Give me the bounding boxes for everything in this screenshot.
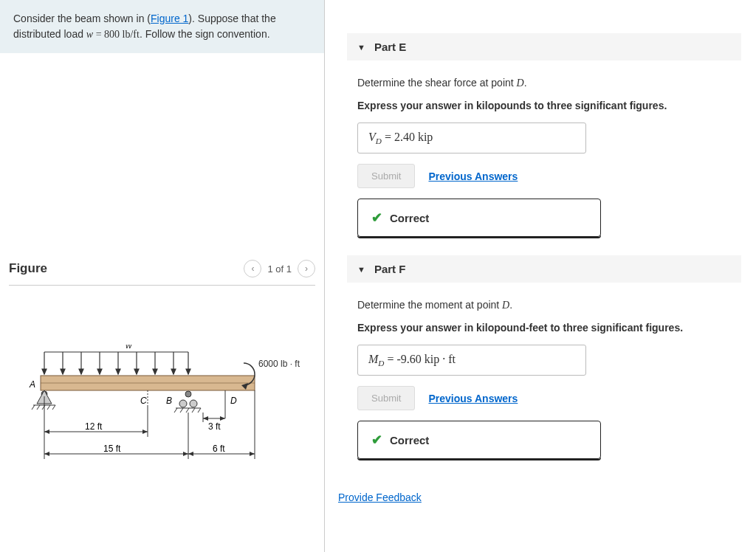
- part-e-submit-button[interactable]: Submit: [357, 164, 415, 188]
- svg-marker-48: [203, 416, 208, 421]
- svg-marker-12: [134, 369, 139, 374]
- part-e-section: ▼ Part E Determine the shear force at po…: [347, 33, 741, 237]
- dim-12ft: 12 ft: [85, 421, 103, 432]
- answer-eq: =: [384, 353, 396, 365]
- svg-line-37: [192, 408, 195, 413]
- svg-marker-18: [186, 369, 190, 374]
- dim-6ft: 6 ft: [213, 444, 225, 454]
- svg-marker-6: [79, 369, 83, 374]
- svg-point-32: [190, 400, 197, 407]
- check-icon: ✔: [371, 432, 382, 448]
- svg-line-25: [32, 405, 35, 410]
- caret-down-icon: ▼: [357, 43, 365, 52]
- svg-marker-16: [171, 369, 176, 374]
- svg-marker-8: [97, 369, 102, 374]
- moment-label: 6000 lb · ft: [258, 359, 300, 369]
- provide-feedback-link[interactable]: Provide Feedback: [338, 491, 422, 503]
- part-f-submit-button[interactable]: Submit: [357, 386, 415, 410]
- answer-unit: kip: [415, 131, 433, 143]
- svg-marker-2: [42, 369, 47, 374]
- part-e-correct-box: ✔ Correct: [357, 199, 601, 237]
- problem-text: . Follow the sign convention.: [140, 28, 270, 40]
- svg-line-38: [198, 408, 201, 413]
- part-e-previous-answers-link[interactable]: Previous Answers: [428, 170, 518, 182]
- svg-marker-4: [61, 369, 65, 374]
- part-e-title: Part E: [374, 41, 406, 53]
- part-e-answer: VD = 2.40 kip: [357, 123, 586, 153]
- point-d: D: [230, 396, 237, 406]
- figure-link[interactable]: Figure 1: [151, 13, 188, 24]
- svg-line-28: [47, 405, 50, 410]
- point-c: C: [140, 396, 147, 406]
- svg-line-29: [52, 405, 55, 410]
- load-variable: w: [86, 29, 93, 40]
- dim-3ft: 3 ft: [208, 421, 221, 432]
- caret-down-icon: ▼: [357, 265, 365, 274]
- svg-marker-10: [116, 369, 120, 374]
- answer-value: 2.40: [394, 131, 415, 143]
- part-f-title: Part F: [374, 263, 406, 275]
- part-e-header[interactable]: ▼ Part E: [347, 33, 741, 61]
- divider: [9, 285, 315, 286]
- answer-variable: V: [368, 131, 376, 143]
- svg-marker-55: [44, 452, 49, 456]
- part-f-instruction: Express your answer in kilopound-feet to…: [357, 320, 731, 336]
- answer-value: -9.60: [396, 353, 421, 365]
- load-label: w: [126, 345, 133, 351]
- point-b: B: [166, 396, 172, 406]
- load-value: = 800 lb/ft: [93, 29, 140, 40]
- problem-statement: Consider the beam shown in (Figure 1). S…: [0, 0, 324, 53]
- figure-pager-text: 1 of 1: [267, 263, 292, 275]
- svg-line-34: [174, 408, 177, 413]
- svg-marker-56: [183, 452, 188, 456]
- svg-marker-45: [44, 429, 49, 434]
- part-f-answer: MD = -9.60 kip · ft: [357, 345, 586, 376]
- svg-point-31: [179, 400, 187, 407]
- check-icon: ✔: [371, 210, 382, 226]
- part-f-previous-answers-link[interactable]: Previous Answers: [428, 393, 518, 404]
- figure-title: Figure: [9, 261, 47, 276]
- figure-pager: ‹ 1 of 1 ›: [244, 260, 315, 277]
- part-f-correct-box: ✔ Correct: [357, 421, 601, 459]
- correct-label: Correct: [390, 212, 429, 224]
- answer-eq: =: [382, 131, 394, 143]
- svg-line-36: [186, 408, 189, 413]
- svg-marker-49: [220, 416, 225, 421]
- svg-point-30: [185, 391, 191, 397]
- part-f-header[interactable]: ▼ Part F: [347, 255, 741, 283]
- svg-line-26: [37, 405, 40, 410]
- part-f-section: ▼ Part F Determine the moment at point D…: [347, 255, 741, 459]
- figure-diagram: w 6000 lb · ft A B C: [0, 300, 324, 517]
- part-e-instruction: Express your answer in kilopounds to thr…: [357, 98, 731, 114]
- figure-header: Figure ‹ 1 of 1 ›: [0, 260, 324, 277]
- svg-marker-59: [250, 452, 255, 456]
- svg-marker-58: [188, 452, 193, 456]
- point-a: A: [29, 379, 35, 390]
- problem-text: Consider the beam shown in (: [13, 13, 151, 24]
- svg-marker-14: [153, 369, 157, 374]
- answer-subscript: D: [376, 137, 382, 145]
- figure-next-button[interactable]: ›: [298, 260, 315, 277]
- correct-label: Correct: [390, 434, 429, 446]
- answer-variable: M: [368, 353, 378, 365]
- part-e-prompt: Determine the shear force at point D.: [357, 75, 731, 91]
- answer-unit: kip · ft: [422, 353, 456, 365]
- figure-prev-button[interactable]: ‹: [244, 260, 261, 277]
- part-f-prompt: Determine the moment at point D.: [357, 297, 731, 313]
- svg-marker-46: [142, 429, 148, 434]
- dim-15ft: 15 ft: [103, 444, 121, 454]
- svg-line-35: [180, 408, 183, 413]
